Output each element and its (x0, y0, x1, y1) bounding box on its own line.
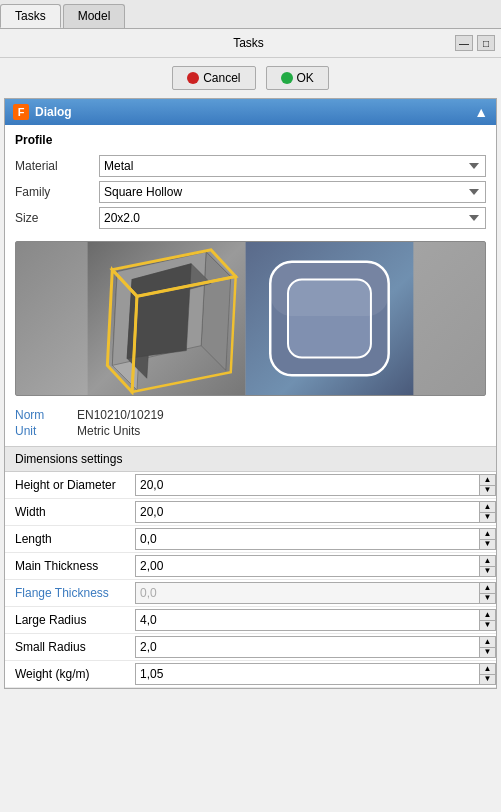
dim-label-4: Flange Thickness (5, 580, 135, 607)
dim-input-wrapper-3: ▲▼ (135, 553, 496, 580)
material-select[interactable]: Metal (99, 155, 486, 177)
dim-label-6: Small Radius (5, 634, 135, 661)
spinner-down-1[interactable]: ▼ (480, 513, 495, 523)
dim-input-6[interactable] (135, 636, 480, 658)
dimensions-grid: Height or Diameter▲▼Width▲▼Length▲▼Main … (5, 472, 496, 688)
dialog-title: Dialog (35, 105, 72, 119)
spinner-down-4: ▼ (480, 594, 495, 604)
dim-input-wrapper-0: ▲▼ (135, 472, 496, 499)
norm-info: Norm EN10210/10219 Unit Metric Units (5, 404, 496, 446)
spinner-1[interactable]: ▲▼ (480, 501, 496, 523)
dim-input-7[interactable] (135, 663, 480, 685)
spinner-down-3[interactable]: ▼ (480, 567, 495, 577)
spinner-down-0[interactable]: ▼ (480, 486, 495, 496)
dim-input-wrapper-6: ▲▼ (135, 634, 496, 661)
dim-label-1: Width (5, 499, 135, 526)
tab-bar: Tasks Model (0, 0, 501, 29)
dim-input-3[interactable] (135, 555, 480, 577)
spinner-2[interactable]: ▲▼ (480, 528, 496, 550)
action-bar: Cancel OK (0, 58, 501, 98)
minimize-button[interactable]: — (455, 35, 473, 51)
ok-icon (281, 72, 293, 84)
dim-input-wrapper-7: ▲▼ (135, 661, 496, 688)
profile-image (15, 241, 486, 396)
spinner-up-0[interactable]: ▲ (480, 475, 495, 486)
spinner-5[interactable]: ▲▼ (480, 609, 496, 631)
dim-input-4 (135, 582, 480, 604)
dimensions-section-title: Dimensions settings (5, 446, 496, 472)
profile-form: Material Metal Family Square Hollow Size… (5, 151, 496, 233)
tab-model[interactable]: Model (63, 4, 126, 28)
spinner-up-4: ▲ (480, 583, 495, 594)
norm-value: EN10210/10219 (77, 408, 486, 422)
spinner-up-2[interactable]: ▲ (480, 529, 495, 540)
spinner-up-1[interactable]: ▲ (480, 502, 495, 513)
family-select[interactable]: Square Hollow (99, 181, 486, 203)
spinner-up-6[interactable]: ▲ (480, 637, 495, 648)
material-label: Material (15, 155, 95, 177)
ok-button[interactable]: OK (266, 66, 329, 90)
tasks-window-controls: — □ (455, 35, 495, 51)
dim-label-5: Large Radius (5, 607, 135, 634)
dim-input-2[interactable] (135, 528, 480, 550)
dim-input-wrapper-4: ▲▼ (135, 580, 496, 607)
dim-input-5[interactable] (135, 609, 480, 631)
spinner-0[interactable]: ▲▼ (480, 474, 496, 496)
dialog-header: F Dialog ▲ (5, 99, 496, 125)
family-label: Family (15, 181, 95, 203)
dim-label-7: Weight (kg/m) (5, 661, 135, 688)
dim-input-0[interactable] (135, 474, 480, 496)
spinner-down-6[interactable]: ▼ (480, 648, 495, 658)
unit-value: Metric Units (77, 424, 486, 438)
f-logo: F (13, 104, 29, 120)
spinner-down-5[interactable]: ▼ (480, 621, 495, 631)
dim-label-0: Height or Diameter (5, 472, 135, 499)
dim-input-wrapper-5: ▲▼ (135, 607, 496, 634)
norm-label: Norm (15, 408, 75, 422)
spinner-up-3[interactable]: ▲ (480, 556, 495, 567)
unit-label: Unit (15, 424, 75, 438)
spinner-up-5[interactable]: ▲ (480, 610, 495, 621)
cancel-label: Cancel (203, 71, 240, 85)
spinner-4: ▲▼ (480, 582, 496, 604)
size-label: Size (15, 207, 95, 229)
dim-input-1[interactable] (135, 501, 480, 523)
spinner-up-7[interactable]: ▲ (480, 664, 495, 675)
dialog-panel: F Dialog ▲ Profile Material Metal Family… (4, 98, 497, 689)
spinner-down-7[interactable]: ▼ (480, 675, 495, 685)
profile-section-title: Profile (5, 125, 496, 151)
tasks-header: Tasks — □ (0, 29, 501, 58)
tab-tasks[interactable]: Tasks (0, 4, 61, 28)
size-select[interactable]: 20x2.0 (99, 207, 486, 229)
ok-label: OK (297, 71, 314, 85)
dim-input-wrapper-1: ▲▼ (135, 499, 496, 526)
dim-label-2: Length (5, 526, 135, 553)
tasks-title: Tasks (42, 36, 455, 50)
cancel-button[interactable]: Cancel (172, 66, 255, 90)
spinner-6[interactable]: ▲▼ (480, 636, 496, 658)
cancel-icon (187, 72, 199, 84)
dim-label-3: Main Thickness (5, 553, 135, 580)
restore-button[interactable]: □ (477, 35, 495, 51)
spinner-down-2[interactable]: ▼ (480, 540, 495, 550)
dialog-header-left: F Dialog (13, 104, 72, 120)
dim-input-wrapper-2: ▲▼ (135, 526, 496, 553)
spinner-7[interactable]: ▲▼ (480, 663, 496, 685)
spinner-3[interactable]: ▲▼ (480, 555, 496, 577)
collapse-icon[interactable]: ▲ (474, 104, 488, 120)
